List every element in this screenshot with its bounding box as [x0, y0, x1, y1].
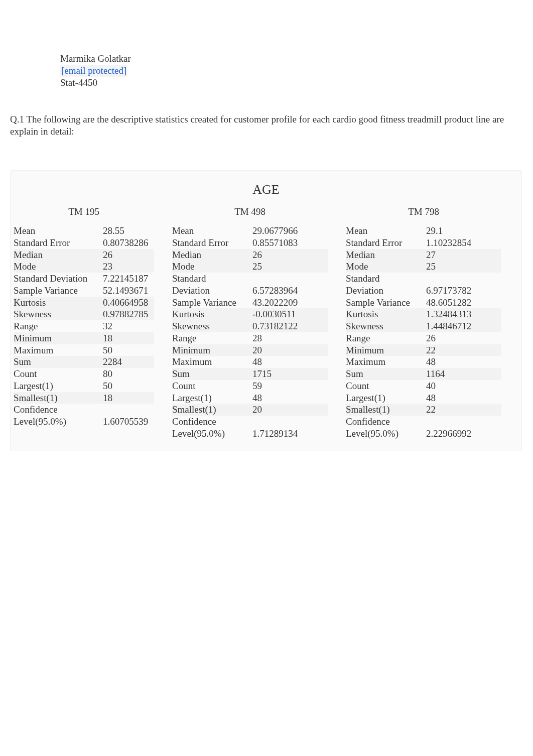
stat-row: Mode23	[14, 261, 154, 273]
stat-row: Smallest(1)20	[172, 404, 328, 416]
stat-label: Confidence Level(95.0%)	[14, 404, 103, 428]
stat-value: 1.71289134	[252, 428, 313, 440]
stat-row: Maximum48	[346, 356, 501, 368]
stat-row: Sample Variance52.1493671	[14, 285, 154, 297]
stat-row: Median27	[346, 249, 501, 261]
stat-value: 18	[103, 332, 154, 344]
stat-label: Largest(1)	[172, 392, 252, 404]
stat-row: Range26	[346, 332, 501, 344]
stat-value: 50	[103, 344, 154, 356]
stat-value: 29.0677966	[252, 225, 313, 237]
stat-row: Mode25	[346, 261, 501, 273]
stat-value: 25	[252, 261, 313, 273]
stat-value: 0.40664958	[103, 297, 154, 309]
stat-label: Skewness	[346, 320, 426, 332]
stat-row: Mean28.55	[14, 225, 154, 237]
stat-label: Skewness	[172, 320, 252, 332]
question-text: Q.1 The following are the descriptive st…	[10, 113, 523, 138]
stat-label: Maximum	[14, 344, 103, 356]
stat-row: Standard Error0.80738286	[14, 237, 154, 249]
stat-label: StandardDeviation	[346, 273, 426, 297]
stat-label: Minimum	[346, 344, 426, 356]
stat-label: Range	[172, 332, 252, 344]
stat-value: 29.1	[426, 225, 486, 237]
stat-label: ConfidenceLevel(95.0%)	[172, 416, 252, 440]
stat-label: Skewness	[14, 308, 103, 320]
stat-value: 48	[252, 356, 313, 368]
stat-value: 22	[426, 404, 486, 416]
stat-value: 27	[426, 249, 486, 261]
stat-row: Maximum48	[172, 356, 328, 368]
stat-label: Sum	[346, 368, 426, 380]
stat-row: Smallest(1)18	[14, 392, 154, 404]
stat-label: Minimum	[172, 344, 252, 356]
stat-row: Sample Variance48.6051282	[346, 297, 501, 309]
stat-row: Count59	[172, 380, 328, 392]
stat-label: Mean	[346, 225, 426, 237]
stat-row: Mean29.1	[346, 225, 501, 237]
stat-column: TM 798Mean29.1Standard Error1.10232854Me…	[346, 206, 501, 439]
stat-value: 25	[426, 261, 486, 273]
stat-value: 0.73182122	[252, 320, 313, 332]
stat-value: 40	[426, 380, 486, 392]
stat-row: Sum1164	[346, 368, 501, 380]
stat-value: -0.0030511	[252, 308, 313, 320]
stat-row: Smallest(1)22	[346, 404, 501, 416]
stat-label: Mean	[14, 225, 103, 237]
stat-row: Skewness0.97882785	[14, 308, 154, 320]
stat-label: Kurtosis	[14, 297, 103, 309]
stat-row: Skewness1.44846712	[346, 320, 501, 332]
stat-label: Mode	[172, 261, 252, 273]
stat-value: 48	[426, 392, 486, 404]
author-email[interactable]: [email protected]	[60, 65, 127, 77]
stat-label: Kurtosis	[172, 308, 252, 320]
stat-row: Sample Variance43.2022209	[172, 297, 328, 309]
stat-row: Mean29.0677966	[172, 225, 328, 237]
stat-row: Standard Error1.10232854	[346, 237, 501, 249]
stat-value: 18	[103, 392, 154, 404]
stat-row: Skewness0.73182122	[172, 320, 328, 332]
stat-value: 2284	[103, 356, 154, 368]
stat-value: 6.57283964	[252, 285, 313, 297]
stat-row: Minimum18	[14, 332, 154, 344]
stat-row: Count80	[14, 368, 154, 380]
stat-label: Smallest(1)	[172, 404, 252, 416]
stat-value: 28	[252, 332, 313, 344]
stat-value: 0.80738286	[103, 237, 154, 249]
stat-label: Minimum	[14, 332, 103, 344]
stat-row: Kurtosis0.40664958	[14, 297, 154, 309]
stat-value: 1.10232854	[426, 237, 486, 249]
stat-label: Range	[14, 320, 103, 332]
stat-row: Standard Error0.85571083	[172, 237, 328, 249]
author-block: Marmika Golatkar [email protected] Stat-…	[60, 53, 523, 88]
stat-label: Smallest(1)	[14, 392, 103, 404]
stats-title: AGE	[11, 182, 521, 198]
stat-value: 2.22966992	[426, 428, 486, 440]
stat-row: Standard Deviation7.22145187	[14, 273, 154, 285]
stat-label: Sample Variance	[346, 297, 426, 309]
stat-label: Kurtosis	[346, 308, 426, 320]
stat-row: Largest(1)48	[346, 392, 501, 404]
stat-label: StandardDeviation	[172, 273, 252, 297]
stat-row: Count40	[346, 380, 501, 392]
stat-row: Range28	[172, 332, 328, 344]
stat-value: 59	[252, 380, 313, 392]
stat-value: 26	[426, 332, 486, 344]
stat-value: 20	[252, 344, 313, 356]
stat-row: Median26	[172, 249, 328, 261]
stat-row: ConfidenceLevel(95.0%)2.22966992	[346, 416, 501, 440]
stat-label: Standard Error	[172, 237, 252, 249]
stat-label: Standard Error	[14, 237, 103, 249]
stat-row: Largest(1)50	[14, 380, 154, 392]
stat-value: 1715	[252, 368, 313, 380]
stat-value: 32	[103, 320, 154, 332]
stat-value: 6.97173782	[426, 285, 486, 297]
stat-label: Range	[346, 332, 426, 344]
stat-row: Maximum50	[14, 344, 154, 356]
stat-label: Count	[172, 380, 252, 392]
stat-label: Largest(1)	[14, 380, 103, 392]
stat-value: 28.55	[103, 225, 154, 237]
column-header: TM 195	[14, 206, 154, 218]
stat-row: Kurtosis1.32484313	[346, 308, 501, 320]
stat-label: Sample Variance	[14, 285, 103, 297]
